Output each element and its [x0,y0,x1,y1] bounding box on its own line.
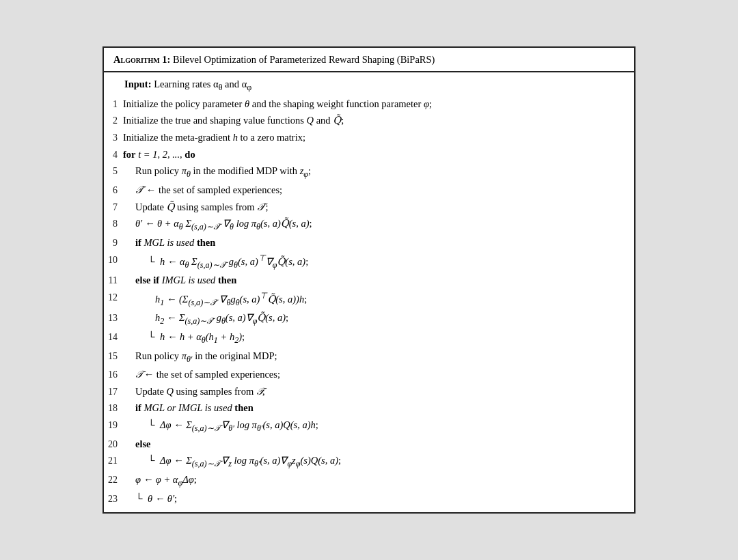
input-keyword: Input: [124,79,152,89]
input-line: Input: Learning rates αθ and αφ [104,75,634,96]
line-content-16: 𝒯 ← the set of sampled experiences; [123,367,634,382]
line-content-2: Initialize the true and shaping value fu… [123,113,634,128]
line-num-7: 7 [104,199,123,215]
line-content-4: for t = 1, 2, ..., do [123,147,634,162]
line-num-17: 17 [104,384,123,400]
line-num-8: 8 [104,216,123,232]
line-num-21: 21 [104,453,123,468]
line-num-18: 18 [104,400,123,416]
line-num-5: 5 [104,163,123,179]
line-22: 22 φ ← φ + αφΔφ; [104,471,634,490]
line-2: 2 Initialize the true and shaping value … [104,112,634,129]
line-num-12: 12 [104,290,123,305]
line-content-5: Run policy πθ in the modified MDP with z… [123,163,634,181]
line-10: 10 └ h ← αθ Σ(s,a)∼𝒯′ gθ(s, a)⊤∇φQ̃(s, a… [104,251,634,272]
line-num-10: 10 [104,252,123,268]
line-16: 16 𝒯 ← the set of sampled experiences; [104,366,634,383]
line-content-8: θ′ ← θ + αθ Σ(s,a)∼𝒯′ ∇θ log πθ(s, a)Q̃(… [123,216,634,234]
line-18: 18 if MGL or IMGL is used then [104,400,634,417]
line-content-23: └ θ ← θ′; [123,491,634,506]
line-20: 20 else [104,436,634,453]
line-content-6: 𝒯′ ← the set of sampled experiences; [123,182,634,197]
line-num-22: 22 [104,472,123,488]
line-num-6: 6 [104,182,123,198]
algorithm-box: Algorithm 1: Bilevel Optimization of Par… [102,46,636,514]
line-17: 17 Update Q using samples from 𝒯; [104,383,634,400]
line-21: 21 └ Δφ ← Σ(s,a)∼𝒯 ∇z log πθ′(s, a)∇φzφ(… [104,452,634,471]
line-8: 8 θ′ ← θ + αθ Σ(s,a)∼𝒯′ ∇θ log πθ(s, a)Q… [104,215,634,234]
line-content-1: Initialize the policy parameter θ and th… [123,96,634,111]
line-15: 15 Run policy πθ′ in the original MDP; [104,348,634,367]
line-content-22: φ ← φ + αφΔφ; [123,472,634,490]
line-content-11: else if IMGL is used then [123,272,634,288]
algorithm-body: Input: Learning rates αθ and αφ 1 Initia… [104,72,634,512]
line-13: 13 h2 ← Σ(s,a)∼𝒯′ gθ(s, a)∇φQ̃(s, a); [104,309,634,328]
line-num-19: 19 [104,417,123,433]
line-content-20: else [123,436,634,451]
line-content-3: Initialize the meta-gradient h to a zero… [123,130,634,145]
line-content-14: └ h ← h + αθ(h1 + h2); [123,329,634,347]
algorithm-header: Algorithm 1: Bilevel Optimization of Par… [104,48,634,72]
line-23: 23 └ θ ← θ′; [104,490,634,507]
line-num-16: 16 [104,367,123,382]
line-4: 4 for t = 1, 2, ..., do [104,146,634,163]
line-11: 11 else if IMGL is used then [104,272,634,289]
line-19: 19 └ Δφ ← Σ(s,a)∼𝒯 ∇θ′ log πθ′(s, a)Q(s,… [104,417,634,436]
line-5: 5 Run policy πθ in the modified MDP with… [104,163,634,182]
line-num-13: 13 [104,310,123,326]
line-content-21: └ Δφ ← Σ(s,a)∼𝒯 ∇z log πθ′(s, a)∇φzφ(s)Q… [123,453,634,471]
input-text: Learning rates αθ and αφ [154,79,251,89]
line-content-12: h1 ← (Σ(s,a)∼𝒯′ ∇θgθ(s, a)⊤Q̃(s, a))h; [123,290,634,309]
line-num-2: 2 [104,113,123,128]
line-content-13: h2 ← Σ(s,a)∼𝒯′ gθ(s, a)∇φQ̃(s, a); [123,310,634,328]
line-content-9: if MGL is used then [123,235,634,250]
algorithm-label: Algorithm 1: [113,54,170,65]
line-content-18: if MGL or IMGL is used then [123,400,634,415]
line-num-1: 1 [104,96,123,112]
line-num-11: 11 [104,272,123,288]
line-num-23: 23 [104,491,123,507]
line-num-3: 3 [104,130,123,145]
line-14: 14 └ h ← h + αθ(h1 + h2); [104,328,634,348]
line-9: 9 if MGL is used then [104,234,634,251]
line-content-17: Update Q using samples from 𝒯; [123,384,634,399]
line-7: 7 Update Q̃ using samples from 𝒯′; [104,199,634,216]
line-3: 3 Initialize the meta-gradient h to a ze… [104,129,634,146]
line-1: 1 Initialize the policy parameter θ and … [104,96,634,113]
line-content-7: Update Q̃ using samples from 𝒯′; [123,199,634,214]
line-12: 12 h1 ← (Σ(s,a)∼𝒯′ ∇θgθ(s, a)⊤Q̃(s, a))h… [104,289,634,309]
line-content-19: └ Δφ ← Σ(s,a)∼𝒯 ∇θ′ log πθ′(s, a)Q(s, a)… [123,417,634,435]
algorithm-title: Bilevel Optimization of Parameterized Re… [173,54,435,65]
line-num-14: 14 [104,329,123,345]
line-num-4: 4 [104,147,123,163]
line-content-10: └ h ← αθ Σ(s,a)∼𝒯′ gθ(s, a)⊤∇φQ̃(s, a); [123,252,634,271]
line-num-9: 9 [104,235,123,251]
line-num-15: 15 [104,348,123,364]
line-content-15: Run policy πθ′ in the original MDP; [123,348,634,366]
line-6: 6 𝒯′ ← the set of sampled experiences; [104,182,634,199]
line-num-20: 20 [104,436,123,452]
